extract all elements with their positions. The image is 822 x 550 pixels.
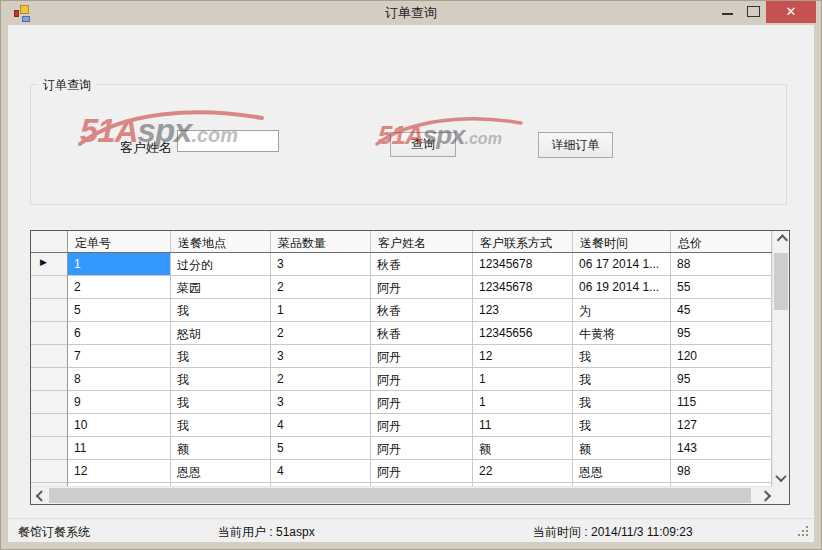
row-selector[interactable] [31, 345, 68, 368]
row-selector[interactable] [31, 414, 68, 437]
grid-cell[interactable]: 2 [68, 276, 171, 299]
grid-cell[interactable]: 过分的 [171, 253, 271, 276]
grid-cell[interactable]: 5 [68, 299, 171, 322]
customer-name-input[interactable] [177, 130, 279, 152]
scroll-up-button[interactable] [773, 231, 789, 248]
scroll-right-button[interactable] [755, 487, 772, 504]
grid-cell[interactable]: 我 [171, 414, 271, 437]
grid-cell[interactable]: 11 [68, 437, 171, 460]
grid-cell[interactable]: 06 17 2014 1... [573, 253, 671, 276]
grid-cell[interactable]: 我 [171, 368, 271, 391]
grid-cell[interactable]: 1 [68, 253, 171, 276]
vertical-scrollbar-thumb[interactable] [774, 253, 788, 310]
grid-cell[interactable]: 牛黄将 [573, 322, 671, 345]
grid-cell[interactable]: 8 [68, 368, 171, 391]
column-header-1[interactable]: 定单号 [68, 231, 171, 252]
grid-cell[interactable]: 12 [68, 460, 171, 483]
grid-cell[interactable]: 怒胡 [171, 322, 271, 345]
grid-cell[interactable]: 阿丹 [371, 345, 473, 368]
row-header-corner[interactable] [31, 231, 68, 252]
grid-cell[interactable]: 115 [671, 391, 772, 414]
grid-cell[interactable]: 阿丹 [371, 460, 473, 483]
scroll-down-button[interactable] [773, 469, 789, 486]
grid-cell[interactable]: 1 [473, 368, 573, 391]
grid-cell[interactable]: 2 [271, 368, 371, 391]
grid-cell[interactable]: 额 [171, 437, 271, 460]
grid-cell[interactable]: 3 [271, 391, 371, 414]
grid-cell[interactable]: 我 [573, 368, 671, 391]
grid-cell[interactable]: 22 [473, 460, 573, 483]
grid-cell[interactable]: 秋香 [371, 253, 473, 276]
grid-cell[interactable]: 菜园 [171, 276, 271, 299]
column-header-5[interactable]: 客户联系方式 [473, 231, 573, 252]
maximize-button[interactable] [742, 0, 766, 23]
grid-cell[interactable]: 12345656 [473, 322, 573, 345]
grid-cell[interactable]: 06 19 2014 1... [573, 276, 671, 299]
order-detail-button[interactable]: 详细订单 [538, 132, 613, 158]
grid-cell[interactable]: 秋香 [371, 322, 473, 345]
grid-cell[interactable]: 阿丹 [371, 391, 473, 414]
row-selector[interactable] [31, 368, 68, 391]
grid-cell[interactable]: 6 [68, 322, 171, 345]
grid-cell[interactable]: 12 [473, 345, 573, 368]
row-selector[interactable] [31, 322, 68, 345]
grid-cell[interactable]: 恩恩 [171, 460, 271, 483]
column-header-7[interactable]: 总价 [671, 231, 772, 252]
grid-cell[interactable]: 阿丹 [371, 276, 473, 299]
row-selector[interactable] [31, 437, 68, 460]
scroll-left-button[interactable] [31, 487, 48, 504]
grid-cell[interactable]: 12345678 [473, 276, 573, 299]
grid-cell[interactable]: 143 [671, 437, 772, 460]
grid-cell[interactable]: 4 [271, 414, 371, 437]
grid-cell[interactable]: 4 [271, 460, 371, 483]
grid-cell[interactable]: 11 [473, 414, 573, 437]
grid-cell[interactable]: 阿丹 [371, 437, 473, 460]
grid-cell[interactable]: 88 [671, 253, 772, 276]
row-selector[interactable]: ▶ [31, 253, 68, 276]
grid-cell[interactable]: 7 [68, 345, 171, 368]
grid-cell[interactable]: 我 [573, 391, 671, 414]
grid-cell[interactable]: 12345678 [473, 253, 573, 276]
grid-cell[interactable]: 秋香 [371, 299, 473, 322]
grid-cell[interactable]: 2 [271, 276, 371, 299]
grid-cell[interactable]: 45 [671, 299, 772, 322]
grid-cell[interactable]: 55 [671, 276, 772, 299]
column-header-2[interactable]: 送餐地点 [171, 231, 271, 252]
column-header-3[interactable]: 菜品数量 [271, 231, 371, 252]
grid-cell[interactable]: 98 [671, 460, 772, 483]
grid-cell[interactable]: 123 [473, 299, 573, 322]
grid-cell[interactable]: 恩恩 [573, 460, 671, 483]
grid-cell[interactable]: 3 [271, 253, 371, 276]
grid-cell[interactable]: 我 [171, 345, 271, 368]
row-selector[interactable] [31, 460, 68, 483]
grid-cell[interactable]: 3 [271, 345, 371, 368]
grid-cell[interactable]: 5 [271, 437, 371, 460]
grid-cell[interactable]: 额 [473, 437, 573, 460]
resize-grip[interactable] [796, 524, 810, 538]
grid-cell[interactable]: 127 [671, 414, 772, 437]
grid-cell[interactable]: 阿丹 [371, 368, 473, 391]
grid-cell[interactable]: 2 [271, 322, 371, 345]
grid-cell[interactable]: 额 [573, 437, 671, 460]
grid-cell[interactable]: 为 [573, 299, 671, 322]
grid-cell[interactable]: 120 [671, 345, 772, 368]
grid-cell[interactable]: 1 [473, 391, 573, 414]
grid-cell[interactable]: 95 [671, 322, 772, 345]
grid-cell[interactable]: 我 [171, 299, 271, 322]
grid-cell[interactable]: 我 [573, 414, 671, 437]
grid-cell[interactable]: 10 [68, 414, 171, 437]
horizontal-scrollbar[interactable] [31, 486, 772, 504]
column-header-6[interactable]: 送餐时间 [573, 231, 671, 252]
grid-cell[interactable]: 阿丹 [371, 414, 473, 437]
row-selector[interactable] [31, 391, 68, 414]
horizontal-scrollbar-thumb[interactable] [49, 488, 751, 503]
row-selector[interactable] [31, 276, 68, 299]
grid-cell[interactable]: 我 [573, 345, 671, 368]
minimize-button[interactable] [714, 0, 742, 23]
row-selector[interactable] [31, 299, 68, 322]
grid-cell[interactable]: 1 [271, 299, 371, 322]
column-header-4[interactable]: 客户姓名 [371, 231, 473, 252]
grid-cell[interactable]: 我 [171, 391, 271, 414]
query-button[interactable]: 查询 [390, 132, 456, 157]
grid-cell[interactable]: 9 [68, 391, 171, 414]
